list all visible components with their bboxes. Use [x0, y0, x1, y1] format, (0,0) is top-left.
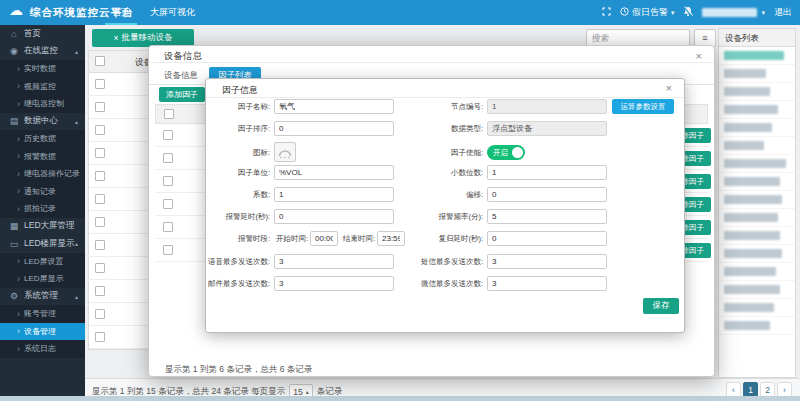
row-checkbox[interactable]: [95, 125, 105, 135]
alarm-delay-field[interactable]: [274, 209, 394, 224]
row-checkbox[interactable]: [95, 102, 105, 112]
sidebar-item-led-display[interactable]: LED屏显示: [0, 270, 85, 288]
device-list-item[interactable]: [719, 227, 795, 245]
device-list-item[interactable]: [719, 263, 795, 281]
factor-enable-toggle[interactable]: 开启: [487, 145, 525, 160]
add-factor-button[interactable]: 添加因子: [159, 87, 205, 102]
row-checkbox[interactable]: [95, 286, 105, 296]
page-1-button[interactable]: 1: [743, 382, 758, 397]
device-name-masked: [724, 231, 780, 240]
row-checkbox[interactable]: [163, 199, 173, 209]
sidebar-item-led-settings[interactable]: LED屏设置: [0, 253, 85, 271]
sidebar-group-data-center[interactable]: ▤数据中心▴: [0, 113, 85, 131]
device-list-item[interactable]: [719, 65, 795, 83]
row-checkbox[interactable]: [163, 245, 173, 255]
pagination: ‹ 1 2 ›: [726, 382, 792, 397]
sidebar-item-realtime-data[interactable]: 实时数据: [0, 60, 85, 78]
sidebar-item-led-screen-mgmt[interactable]: ▦LED大屏管理: [0, 218, 85, 236]
bottom-scrollbar[interactable]: [0, 396, 800, 401]
sidebar-item-history-data[interactable]: 历史数据: [0, 130, 85, 148]
decimals-field[interactable]: [487, 165, 607, 180]
device-list-item[interactable]: [719, 47, 795, 65]
nav-home[interactable]: 首页: [105, 0, 137, 25]
factor-name-field[interactable]: [274, 99, 394, 114]
row-checkbox[interactable]: [95, 240, 105, 250]
device-list-title: 设备列表: [719, 29, 795, 47]
start-time-field[interactable]: [310, 231, 338, 246]
logout-button[interactable]: 退出: [774, 6, 792, 19]
row-checkbox[interactable]: [95, 332, 105, 342]
sidebar-group-system-mgmt[interactable]: ⚙系统管理▴: [0, 288, 85, 306]
sidebar-group-online-monitoring[interactable]: ◉在线监控▴: [0, 43, 85, 61]
voice-max-field[interactable]: [274, 254, 394, 269]
offset-field[interactable]: [487, 187, 607, 202]
save-button[interactable]: 保存: [643, 298, 679, 314]
device-list-item[interactable]: [719, 155, 795, 173]
caret-up-icon: ▴: [75, 293, 78, 300]
row-checkbox[interactable]: [163, 222, 173, 232]
row-checkbox[interactable]: [95, 217, 105, 227]
factor-enable-label: 因子使能:: [411, 145, 483, 160]
page-next-button[interactable]: ›: [777, 382, 792, 397]
row-checkbox[interactable]: [95, 148, 105, 158]
device-list-item[interactable]: [719, 83, 795, 101]
select-all-checkbox[interactable]: [95, 56, 105, 66]
select-all-checkbox[interactable]: [164, 109, 174, 119]
row-checkbox[interactable]: [163, 176, 173, 186]
row-checkbox[interactable]: [95, 79, 105, 89]
device-list-item[interactable]: [719, 209, 795, 227]
toggle-knob: [512, 147, 523, 158]
operation-params-button[interactable]: 运算参数设置: [612, 99, 674, 114]
factor-info-modal: 因子信息 × 因子名称: 节点编号: 运算参数设置 因子排序: 数据类型: 图标…: [205, 78, 685, 333]
bell-muted-icon[interactable]: [683, 6, 693, 19]
row-checkbox[interactable]: [95, 171, 105, 181]
sidebar-item-notify-log[interactable]: 通知记录: [0, 183, 85, 201]
device-list-item[interactable]: [719, 191, 795, 209]
device-list-item[interactable]: [719, 137, 795, 155]
sms-max-field[interactable]: [487, 254, 607, 269]
close-icon[interactable]: ×: [696, 51, 702, 61]
device-list-item[interactable]: [719, 317, 795, 335]
alarm-frequency-field[interactable]: [487, 209, 607, 224]
sidebar-item-capture-log[interactable]: 抓拍记录: [0, 200, 85, 218]
factor-sort-label: 因子排序:: [208, 121, 270, 136]
coefficient-field[interactable]: [274, 187, 394, 202]
sidebar-item-device-mgmt[interactable]: 设备管理: [0, 323, 85, 341]
sidebar-item-relay-log[interactable]: 继电器操作记录: [0, 165, 85, 183]
device-list-item[interactable]: [719, 119, 795, 137]
tab-device-info[interactable]: 设备信息: [155, 67, 207, 84]
sidebar-item-alarm-data[interactable]: 报警数据: [0, 148, 85, 166]
row-checkbox[interactable]: [163, 153, 173, 163]
sidebar-item-home[interactable]: ⌂首页: [0, 25, 85, 43]
mail-max-field[interactable]: [274, 276, 394, 291]
device-list-item[interactable]: [719, 101, 795, 119]
end-time-field[interactable]: [377, 231, 405, 246]
nav-big-screen[interactable]: 大屏可视化: [143, 0, 202, 23]
fullscreen-icon[interactable]: [602, 7, 611, 18]
page-2-button[interactable]: 2: [760, 382, 775, 397]
device-list-item[interactable]: [719, 245, 795, 263]
factor-icon-upload[interactable]: [274, 142, 296, 162]
sidebar-item-account-mgmt[interactable]: 账号管理: [0, 305, 85, 323]
device-list-item[interactable]: [719, 281, 795, 299]
wechat-max-field[interactable]: [487, 276, 607, 291]
close-icon[interactable]: ×: [666, 83, 672, 93]
row-checkbox[interactable]: [95, 309, 105, 319]
sidebar-item-relay-control[interactable]: 继电器控制: [0, 95, 85, 113]
device-name-masked: [724, 213, 778, 222]
factor-sort-field[interactable]: [274, 121, 394, 136]
clock-icon: [620, 7, 629, 18]
holiday-alert-menu[interactable]: 假日告警 ▾: [620, 6, 675, 19]
device-list-item[interactable]: [719, 299, 795, 317]
factor-unit-field[interactable]: [274, 165, 394, 180]
sidebar-group-led-display[interactable]: ▭LED楼屏显示▴: [0, 235, 85, 253]
device-list-item[interactable]: [719, 173, 795, 191]
user-menu[interactable]: ▾: [702, 8, 765, 17]
reset-delay-field[interactable]: [487, 231, 607, 246]
row-checkbox[interactable]: [95, 263, 105, 273]
row-checkbox[interactable]: [95, 194, 105, 204]
row-checkbox[interactable]: [163, 130, 173, 140]
sidebar-item-video-monitoring[interactable]: 视频监控: [0, 78, 85, 96]
sidebar-item-system-log[interactable]: 系统日志: [0, 340, 85, 358]
page-prev-button[interactable]: ‹: [726, 382, 741, 397]
